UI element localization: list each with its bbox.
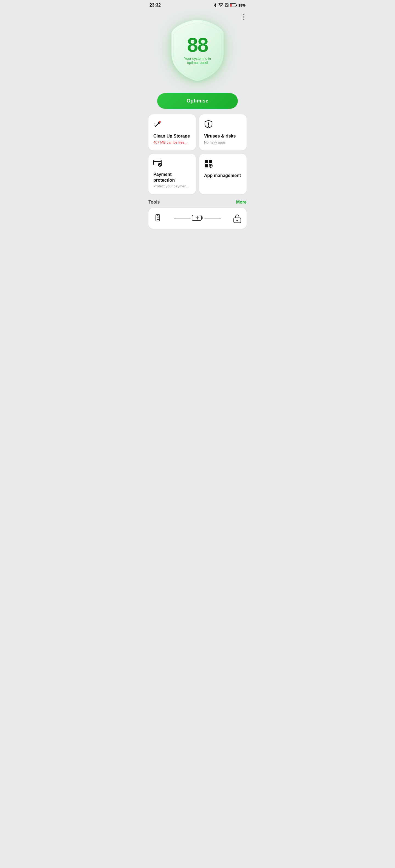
optimise-button[interactable]: Optimise [157,93,238,109]
bottom-tools-card [148,208,247,229]
battery-charging-icon[interactable] [192,215,203,222]
battery-charging-area [163,215,232,222]
payment-shield-icon [153,159,191,167]
app-management-card[interactable]: App management [199,154,247,194]
shield-section: 88 Your system is in optimal condi [144,9,251,89]
shield-wrapper: 88 Your system is in optimal condi [165,15,230,86]
status-time: 23:32 [149,3,161,8]
status-bar: 23:32 19% [144,0,251,9]
svg-point-29 [236,220,238,221]
more-options-button[interactable] [242,13,246,21]
svg-rect-13 [205,160,208,163]
cards-grid: Clean Up Storage 407 MB can be free... V… [144,113,251,199]
svg-rect-15 [205,164,208,167]
menu-dot-1 [243,14,245,16]
svg-point-17 [210,165,211,166]
battery-icon [230,3,237,7]
battery-percent: 19% [238,3,246,7]
signal-off-icon [225,3,228,7]
battery-meter-icon[interactable] [153,213,163,223]
shield-status-text: Your system is in optimal condi [181,57,214,65]
payment-protection-subtitle: Protect your paymen... [153,184,191,188]
clean-up-storage-title: Clean Up Storage [153,133,191,139]
svg-rect-24 [157,219,159,220]
viruses-risks-card[interactable]: Viruses & risks No risky apps [199,114,247,150]
svg-rect-2 [236,5,237,6]
status-icons: 19% [213,3,246,8]
menu-dot-2 [243,17,245,18]
svg-point-6 [159,121,161,123]
wifi-icon [218,3,223,7]
viruses-risks-title: Viruses & risks [204,133,242,139]
tools-more-button[interactable]: More [236,200,247,205]
magic-wand-icon [153,120,191,128]
svg-line-7 [154,125,154,126]
svg-line-4 [156,123,159,126]
viruses-risks-subtitle: No risky apps [204,140,242,145]
menu-dot-3 [243,19,245,20]
svg-line-8 [154,124,155,124]
app-management-title: App management [204,173,242,179]
clean-up-storage-card[interactable]: Clean Up Storage 407 MB can be free... [148,114,196,150]
shield-score: 88 [187,35,208,55]
tools-header: Tools More [148,200,247,205]
bluetooth-icon [213,3,217,8]
payment-protection-card[interactable]: Payment protection Protect your paymen..… [148,154,196,194]
lock-screen-icon[interactable] [232,213,242,223]
payment-protection-title: Payment protection [153,172,191,183]
tools-label: Tools [148,200,160,205]
svg-rect-25 [157,218,159,218]
app-grid-icon [204,159,242,168]
shield-alert-icon [204,120,242,128]
svg-rect-23 [157,214,159,215]
tools-section: Tools More [144,199,251,232]
clean-up-storage-subtitle: 407 MB can be free... [153,140,191,145]
shield-content: 88 Your system is in optimal condi [181,35,214,65]
svg-rect-27 [202,216,203,219]
svg-point-10 [208,126,209,127]
svg-rect-14 [209,160,212,163]
svg-rect-3 [230,4,231,7]
